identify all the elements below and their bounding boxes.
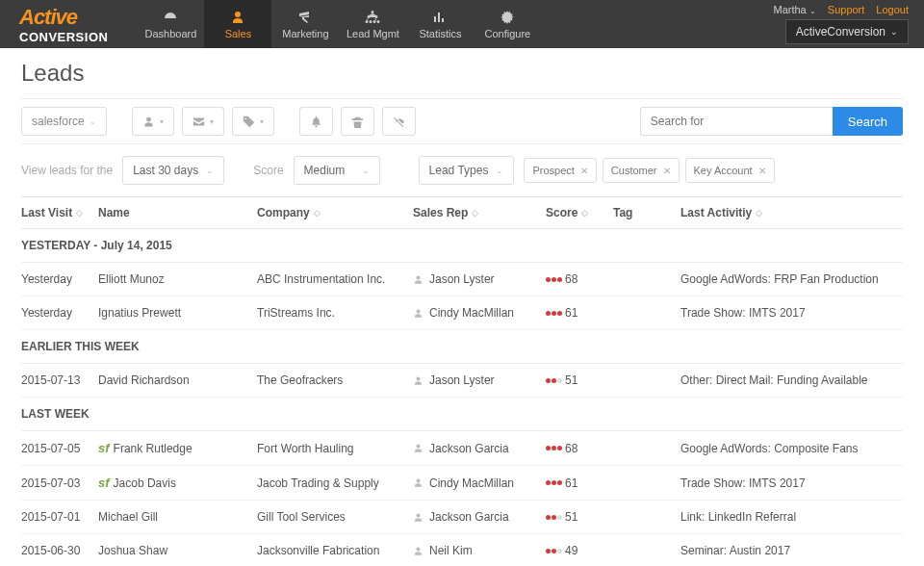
table-row[interactable]: 2015-07-03sfJacob DavisJacob Trading & S…: [21, 466, 903, 501]
envelope-icon: [192, 116, 205, 128]
eye-slash-icon: [393, 116, 405, 128]
trash-icon: [351, 116, 364, 128]
cell-name: sfJacob Davis: [98, 476, 257, 490]
logo-top: Active: [19, 5, 108, 30]
cell-rep: Jackson Garcia: [413, 510, 546, 524]
date-range-dropdown[interactable]: Last 30 days⌄: [122, 156, 224, 185]
cell-rep: Jackson Garcia: [413, 442, 546, 455]
app-selector[interactable]: ActiveConversion⌄: [785, 19, 909, 44]
user-icon: [413, 477, 424, 488]
nav-marketing[interactable]: Marketing: [271, 0, 339, 48]
filter-chip[interactable]: Customer✕: [603, 158, 680, 183]
cell-score: 68: [546, 272, 613, 286]
close-icon[interactable]: ✕: [663, 166, 671, 176]
table-row[interactable]: YesterdayElliott MunozABC Instrumentatio…: [21, 263, 903, 296]
hide-button[interactable]: [382, 107, 416, 136]
logout-link[interactable]: Logout: [876, 4, 909, 15]
section-header: LAST WEEK: [21, 398, 903, 431]
table-row[interactable]: 2015-07-01Michael GillGill Tool Services…: [21, 501, 903, 534]
toolbar: salesforce⌄ ▾ ▾ ▾ Search: [21, 98, 903, 144]
nav-icon: [230, 10, 245, 25]
col-tag[interactable]: Tag: [613, 206, 680, 219]
nav-statistics[interactable]: Statistics: [406, 0, 474, 48]
score-dropdown[interactable]: Medium⌄: [294, 156, 380, 185]
cell-score: 49: [546, 544, 613, 557]
notify-button[interactable]: [299, 107, 333, 136]
section-header: YESTERDAY - July 14, 2015: [21, 229, 903, 263]
salesforce-badge: sf: [98, 441, 110, 455]
table-row[interactable]: 2015-07-05sfFrank RutledgeFort Worth Hau…: [21, 431, 903, 466]
cell-visit: 2015-06-30: [21, 544, 98, 557]
col-sales-rep[interactable]: Sales Rep◇: [413, 206, 546, 219]
search-input[interactable]: [640, 107, 833, 136]
nav-icon: [500, 10, 515, 25]
nav-sales[interactable]: Sales: [204, 0, 271, 48]
user-icon: [413, 308, 424, 319]
cell-score: 61: [546, 476, 613, 490]
assign-user-button[interactable]: ▾: [132, 107, 174, 136]
nav-icon: [297, 10, 313, 25]
cell-name: Michael Gill: [98, 510, 257, 524]
nav-icon: [432, 10, 448, 25]
cell-company: Jacksonville Fabrication: [257, 544, 413, 557]
cell-rep: Cindy MacMillan: [413, 476, 546, 490]
salesforce-dropdown[interactable]: salesforce⌄: [21, 107, 107, 136]
cell-visit: 2015-07-13: [21, 373, 98, 387]
col-company[interactable]: Company◇: [257, 206, 413, 219]
nav-configure[interactable]: Configure: [474, 0, 541, 48]
col-score[interactable]: Score◇: [546, 206, 613, 219]
table-row[interactable]: 2015-06-30Joshua ShawJacksonville Fabric…: [21, 534, 903, 566]
delete-button[interactable]: [341, 107, 374, 136]
nav-lead-mgmt[interactable]: Lead Mgmt: [339, 0, 406, 48]
cell-name: Elliott Munoz: [98, 272, 257, 286]
tag-icon: [243, 116, 255, 128]
user-icon: [413, 443, 424, 453]
section-header: EARLIER THIS WEEK: [21, 330, 903, 364]
cell-score: 68: [546, 442, 613, 455]
cell-score: 51: [546, 373, 613, 387]
tag-button[interactable]: ▾: [232, 107, 274, 136]
table-row[interactable]: 2015-07-13David RichardsonThe Geofracker…: [21, 364, 903, 398]
table-row[interactable]: YesterdayIgnatius PrewettTriStreams Inc.…: [21, 296, 903, 330]
top-navbar: Active CONVERSION DashboardSalesMarketin…: [0, 0, 924, 48]
cell-visit: 2015-07-03: [21, 476, 98, 490]
close-icon[interactable]: ✕: [758, 166, 766, 176]
view-leads-label: View leads for the: [21, 164, 113, 177]
cell-activity: Google AdWords: Composite Fans: [680, 442, 903, 455]
cell-activity: Seminar: Austin 2017: [680, 544, 903, 557]
cell-company: The Geofrackers: [257, 373, 413, 387]
cell-visit: 2015-07-01: [21, 510, 98, 524]
cell-score: 61: [546, 306, 613, 320]
user-menu[interactable]: Martha ⌄: [774, 4, 816, 15]
nav-dashboard[interactable]: Dashboard: [137, 0, 204, 48]
col-name[interactable]: Name: [98, 206, 257, 219]
user-icon: [413, 274, 424, 285]
cell-visit: Yesterday: [21, 306, 98, 320]
cell-activity: Google AdWords: FRP Fan Production: [680, 272, 903, 286]
cell-name: David Richardson: [98, 373, 257, 387]
cell-company: ABC Instrumentation Inc.: [257, 272, 413, 286]
cell-rep: Cindy MacMillan: [413, 306, 546, 320]
cell-activity: Trade Show: IMTS 2017: [680, 476, 903, 490]
col-last-visit[interactable]: Last Visit◇: [21, 206, 98, 219]
user-icon: [413, 512, 424, 523]
cell-rep: Neil Kim: [413, 544, 546, 557]
cell-visit: 2015-07-05: [21, 442, 98, 455]
close-icon[interactable]: ✕: [580, 166, 588, 176]
salesforce-badge: sf: [98, 476, 110, 490]
lead-types-dropdown[interactable]: Lead Types⌄: [419, 156, 515, 185]
search-button[interactable]: Search: [833, 107, 903, 136]
filter-chip[interactable]: Prospect✕: [524, 158, 596, 183]
support-link[interactable]: Support: [828, 4, 865, 15]
cell-visit: Yesterday: [21, 272, 98, 286]
cell-company: Gill Tool Services: [257, 510, 413, 524]
bell-icon: [310, 116, 322, 128]
filter-chip[interactable]: Key Account✕: [685, 158, 775, 183]
nav-icon: [163, 10, 178, 25]
col-last-activity[interactable]: Last Activitiy◇: [680, 206, 903, 219]
email-button[interactable]: ▾: [182, 107, 224, 136]
logo[interactable]: Active CONVERSION: [19, 5, 108, 44]
cell-name: Joshua Shaw: [98, 544, 257, 557]
logo-bottom: CONVERSION: [19, 30, 108, 44]
cell-activity: Link: LinkedIn Referral: [680, 510, 903, 524]
